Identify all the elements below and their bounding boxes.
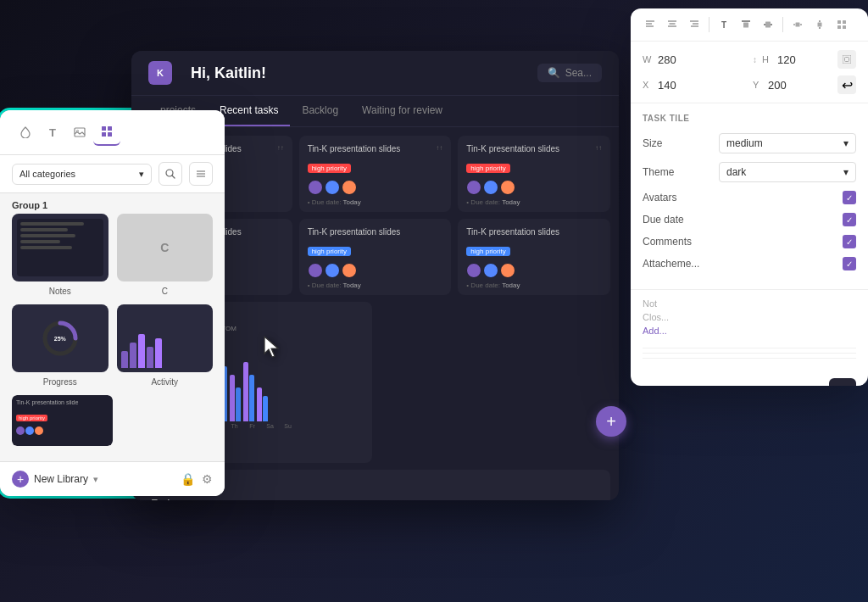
distribute-horiz-icon[interactable]	[788, 15, 807, 34]
chevron-down-icon: ▾	[843, 166, 849, 178]
table-row[interactable]: Tin-K presentation slides ↑↑ high priori…	[458, 136, 610, 212]
list-view-button[interactable]	[189, 162, 213, 186]
svg-rect-6	[102, 132, 106, 137]
fab-add-button[interactable]: +	[596, 406, 626, 437]
rotate-icon[interactable]: ↩	[837, 75, 856, 94]
new-library-button[interactable]: + New Library ▾	[12, 471, 98, 488]
list-item[interactable]: Notes	[12, 214, 108, 296]
list-item[interactable]: 25% Progress	[12, 304, 108, 387]
divider	[709, 17, 709, 32]
task-avatars	[308, 263, 443, 278]
align-right-icon[interactable]	[685, 15, 704, 34]
tab-waiting[interactable]: Waiting for review	[350, 96, 454, 126]
divider	[782, 17, 783, 32]
task-due-date: • Due date: Today	[466, 198, 602, 206]
avatar	[25, 426, 34, 435]
category-dropdown[interactable]: All categories ▾	[12, 164, 152, 185]
props-lines	[631, 344, 868, 371]
task-priority-badge: high priority	[466, 164, 509, 173]
list-item[interactable]: Tin-K presentation slide high priority	[12, 395, 113, 446]
grid-icon[interactable]	[832, 15, 851, 34]
task-title: Tin-K presentation slides	[308, 144, 401, 153]
x-value[interactable]: 140	[658, 79, 676, 92]
props-bottom-row	[631, 371, 868, 386]
task-due-date: • Due date: Today	[308, 281, 443, 289]
due-date-checkbox[interactable]: ✓	[843, 213, 856, 226]
vertical-align-top-icon[interactable]	[737, 15, 755, 34]
sliders-button[interactable]	[829, 378, 856, 386]
comments-row: Comments ✓	[643, 235, 856, 248]
table-row[interactable]: Tin-K presentation slides high priority …	[458, 219, 610, 295]
text-icon[interactable]: T	[39, 119, 66, 146]
image-icon[interactable]	[66, 119, 93, 146]
avatars-row: Avatars ✓	[643, 191, 856, 204]
search-icon: 🔍	[548, 67, 560, 79]
task-due-date: • Due date: Today	[308, 198, 443, 206]
theme-row: Theme dark ▾	[643, 162, 856, 182]
size-value: medium	[726, 137, 763, 149]
align-left-icon[interactable]	[641, 15, 659, 34]
y-value[interactable]: 200	[768, 79, 787, 92]
bottom-icons: 🔒 ⚙	[181, 472, 213, 486]
align-center-icon[interactable]	[663, 15, 682, 34]
list-item[interactable]: Activity	[117, 304, 214, 387]
comments-checkbox[interactable]: ✓	[843, 235, 856, 248]
svg-rect-34	[843, 20, 846, 24]
attachments-checkbox[interactable]: ✓	[843, 257, 856, 270]
close-label[interactable]: Clos...	[643, 312, 669, 322]
avatar	[35, 426, 43, 435]
avatar	[500, 263, 515, 278]
svg-rect-35	[837, 25, 841, 29]
not-label: Not	[643, 298, 657, 309]
avatars-checkbox[interactable]: ✓	[843, 191, 856, 204]
table-row[interactable]: Tin-K presentation slides high priority …	[299, 219, 452, 295]
x-row: X 140	[643, 75, 746, 94]
svg-rect-7	[108, 132, 112, 137]
width-value[interactable]: 280	[658, 53, 676, 66]
theme-label: Theme	[643, 166, 719, 178]
bar	[236, 387, 241, 421]
attachments-row: Attacheme... ✓	[643, 257, 856, 270]
lock-icon[interactable]: 🔒	[181, 472, 195, 486]
task-tile-preview-row: Tin-K presentation slide high priority	[0, 395, 225, 453]
component-label: Activity	[151, 377, 178, 387]
avatar	[483, 180, 498, 195]
tab-backlog[interactable]: Backlog	[290, 96, 350, 126]
svg-rect-28	[796, 23, 800, 27]
theme-select[interactable]: dark ▾	[719, 162, 856, 182]
components-grid: Notes C C 25%	[0, 214, 225, 395]
svg-rect-31	[818, 23, 822, 27]
aspect-ratio-button[interactable]	[837, 50, 856, 69]
props-actions: Not Clos... Add...	[631, 290, 868, 344]
avatar	[483, 263, 498, 278]
size-select[interactable]: medium ▾	[719, 133, 856, 153]
task-icons: ↑↑	[436, 144, 442, 152]
section-title: TASK TILE	[643, 114, 856, 123]
avatar	[466, 263, 481, 278]
component-placeholder: C	[160, 241, 169, 254]
text-align-icon[interactable]: T	[715, 15, 733, 34]
search-button[interactable]	[159, 162, 182, 186]
svg-rect-36	[843, 25, 846, 29]
svg-rect-5	[108, 126, 112, 131]
droplet-icon[interactable]	[12, 119, 39, 146]
search-bar[interactable]: 🔍 Sea...	[537, 64, 602, 82]
svg-rect-26	[765, 22, 771, 28]
component-icon[interactable]	[93, 119, 120, 146]
settings-icon[interactable]: ⚙	[202, 472, 213, 486]
avatar	[500, 180, 515, 195]
avatar	[308, 180, 323, 195]
vertical-align-middle-icon[interactable]	[759, 15, 777, 34]
add-link[interactable]: Add...	[643, 326, 667, 336]
action-row-1: Not	[643, 298, 856, 309]
action-row-2: Clos...	[643, 312, 856, 322]
avatar	[308, 263, 323, 278]
table-row[interactable]: Tin-K presentation slides ↑↑ high priori…	[299, 136, 452, 212]
bar	[230, 375, 235, 421]
props-dimensions: W 280 ↕ H 120 X 140 Y 200 ↩	[631, 42, 868, 103]
list-item[interactable]: C C	[117, 214, 214, 296]
distribute-vert-icon[interactable]	[810, 15, 829, 34]
height-row: ↕ H 120	[753, 50, 856, 69]
components-filter: All categories ▾	[0, 155, 225, 193]
height-value[interactable]: 120	[777, 53, 796, 66]
